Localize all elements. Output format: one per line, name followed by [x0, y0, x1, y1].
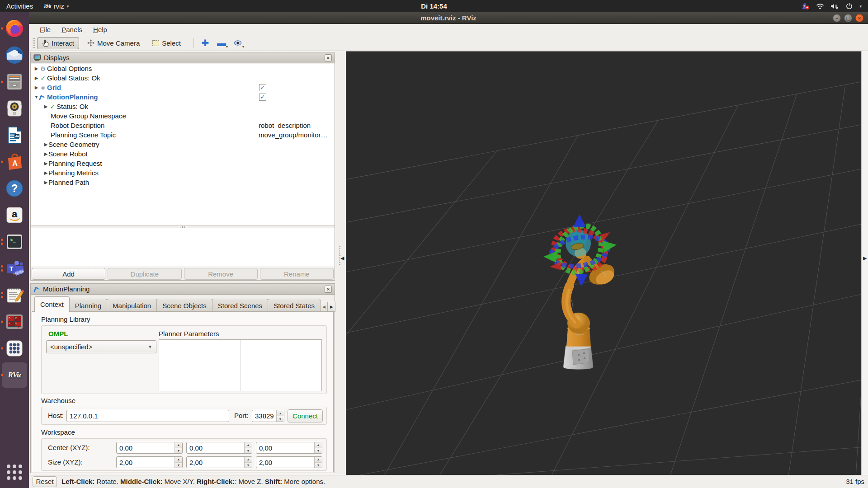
tab-stored-scenes[interactable]: Stored Scenes	[212, 299, 268, 312]
tree-row-robot-description[interactable]: Robot Description robot_description	[31, 121, 335, 130]
robot-arm-with-interactive-marker[interactable]	[533, 202, 624, 372]
tree-row-motionplanning[interactable]: ▼ MotionPlanning ✓	[31, 92, 335, 102]
property-value[interactable]: robot_description	[259, 122, 311, 129]
dock-help[interactable]: ?	[0, 175, 29, 202]
zoom-out-button[interactable]: ▬▾	[215, 37, 228, 49]
3d-viewport[interactable]	[346, 51, 861, 475]
planner-select[interactable]: <unspecified> ▼	[46, 340, 156, 353]
tree-splitter-handle[interactable]	[31, 225, 335, 228]
expander-icon[interactable]: ▶	[34, 85, 39, 90]
dock-file-cabinet[interactable]	[0, 68, 29, 95]
close-icon[interactable]: ×	[325, 286, 332, 293]
menu-file[interactable]: File	[35, 25, 55, 34]
port-stepper[interactable]: 33829 ▲▼	[252, 410, 284, 422]
displays-panel-header[interactable]: Displays ×	[31, 52, 335, 63]
motionplanning-panel-header[interactable]: MotionPlanning ×	[31, 284, 335, 295]
dock-libreoffice-writer[interactable]	[0, 122, 29, 148]
dock-firefox[interactable]	[0, 15, 29, 42]
motionplanning-enabled-checkbox[interactable]: ✓	[259, 94, 266, 101]
dock-teams[interactable]: T PREVIEW	[0, 255, 29, 282]
tree-row-planning-metrics[interactable]: ▶ Planning Metrics	[31, 168, 335, 178]
dock-ubuntu-software[interactable]: A	[0, 148, 29, 175]
add-display-button[interactable]: Add	[32, 268, 105, 280]
tree-row-planning-scene-topic[interactable]: Planning Scene Topic move_group/monitor…	[31, 130, 335, 140]
planner-parameters-table[interactable]	[159, 339, 322, 391]
connect-button[interactable]: Connect	[288, 409, 323, 422]
tab-stored-states[interactable]: Stored States	[268, 299, 321, 312]
expander-icon[interactable]: ▶	[43, 180, 48, 185]
remove-display-button[interactable]: Remove	[184, 268, 258, 280]
volume-muted-icon[interactable]	[830, 3, 839, 10]
center-x-stepper[interactable]: 0,00 ▲▼	[116, 442, 183, 454]
expand-right-icon[interactable]: ▶	[863, 255, 867, 261]
wifi-icon[interactable]	[816, 3, 824, 10]
tree-row-planned-path[interactable]: ▶ Planned Path	[31, 178, 335, 187]
expander-icon[interactable]: ▶	[43, 161, 48, 166]
host-input[interactable]: 127.0.0.1	[66, 410, 229, 422]
rename-display-button[interactable]: Rename	[260, 268, 334, 280]
stepper-arrows[interactable]: ▲▼	[276, 410, 284, 422]
minimize-button[interactable]: −	[833, 14, 841, 22]
dock-rhythmbox[interactable]	[0, 95, 29, 122]
power-icon[interactable]	[845, 3, 853, 10]
move-camera-tool-button[interactable]: Move Camera	[83, 38, 144, 49]
expander-icon[interactable]: ▶	[43, 104, 48, 109]
interact-tool-button[interactable]: Interact	[37, 37, 79, 49]
size-y-stepper[interactable]: 2,00 ▲▼	[186, 456, 252, 468]
dock-app-grid[interactable]	[0, 335, 29, 361]
tree-row-planning-request[interactable]: ▶ Planning Request	[31, 159, 335, 168]
tab-scroll-right-icon[interactable]: ▶	[328, 302, 335, 312]
size-x-stepper[interactable]: 2,00 ▲▼	[116, 456, 183, 468]
tree-row-grid[interactable]: ▶ ◈ Grid ✓	[31, 83, 335, 92]
activities-button[interactable]: Activities	[0, 0, 39, 12]
tab-scroll-left-icon[interactable]: ◀	[320, 302, 328, 312]
tab-planning[interactable]: Planning	[69, 299, 107, 312]
stepper-arrows[interactable]: ▲▼	[244, 442, 252, 453]
property-value[interactable]: move_group/monitor…	[259, 131, 328, 139]
dock-terminator[interactable]: >_>_>_>_	[0, 308, 29, 335]
toolbar-grip[interactable]	[33, 38, 35, 48]
duplicate-display-button[interactable]: Duplicate	[108, 268, 181, 280]
expander-icon[interactable]: ▶	[43, 142, 48, 147]
maximize-button[interactable]: ▢	[844, 14, 852, 22]
expander-icon[interactable]: ▶	[43, 170, 48, 175]
close-icon[interactable]: ×	[325, 54, 332, 61]
move-z-down-arrow[interactable]	[575, 274, 588, 286]
grid-enabled-checkbox[interactable]: ✓	[259, 84, 266, 91]
dock-thunderbird[interactable]	[0, 42, 29, 68]
window-titlebar[interactable]: moveit.rviz - RViz − ▢ ×	[29, 12, 868, 24]
dock-terminal[interactable]: >_	[0, 228, 29, 255]
tree-row-status-ok[interactable]: ▶ ✓ Status: Ok	[31, 102, 335, 111]
tree-row-global-options[interactable]: ▶ ⚙ Global Options	[31, 64, 335, 73]
focus-camera-button[interactable]: ▾	[231, 37, 245, 49]
dock-rviz[interactable]: RViz	[0, 361, 29, 388]
move-z-up-arrow[interactable]	[573, 214, 586, 227]
collapse-icon[interactable]: ▼	[34, 94, 39, 99]
size-z-stepper[interactable]: 2,00 ▲▼	[256, 456, 322, 468]
menu-help[interactable]: Help	[89, 25, 112, 34]
panel-resize-strip[interactable]: ◀	[337, 51, 346, 475]
reset-button[interactable]: Reset	[33, 476, 57, 487]
expander-icon[interactable]: ▶	[43, 151, 48, 156]
tree-row-scene-geometry[interactable]: ▶ Scene Geometry	[31, 140, 335, 149]
expander-icon[interactable]: ▶	[34, 75, 39, 80]
tab-manipulation[interactable]: Manipulation	[107, 299, 157, 312]
center-z-stepper[interactable]: 0,00 ▲▼	[256, 442, 322, 454]
collapse-left-icon[interactable]: ◀	[340, 255, 344, 261]
right-dock-strip[interactable]: ▶	[861, 51, 868, 475]
stepper-arrows[interactable]: ▲▼	[244, 457, 252, 468]
close-button[interactable]: ×	[855, 14, 863, 22]
tree-row-global-status[interactable]: ▶ ✓ Global Status: Ok	[31, 73, 335, 83]
tree-row-move-group-namespace[interactable]: Move Group Namespace	[31, 111, 335, 121]
tab-context[interactable]: Context	[34, 296, 70, 312]
dock-text-editor[interactable]	[0, 282, 29, 308]
teams-notification-icon[interactable]: T	[802, 3, 810, 10]
clock[interactable]: Di 14:54	[0, 2, 868, 10]
system-menu-chevron-icon[interactable]: ▾	[859, 4, 862, 9]
tab-scene-objects[interactable]: Scene Objects	[156, 299, 212, 312]
stepper-arrows[interactable]: ▲▼	[175, 442, 182, 453]
menu-panels[interactable]: Panels	[57, 25, 87, 34]
app-menu[interactable]: RViz rviz ▾	[39, 0, 73, 12]
zoom-in-button[interactable]: ✚	[198, 37, 212, 49]
expander-icon[interactable]: ▶	[34, 66, 39, 71]
